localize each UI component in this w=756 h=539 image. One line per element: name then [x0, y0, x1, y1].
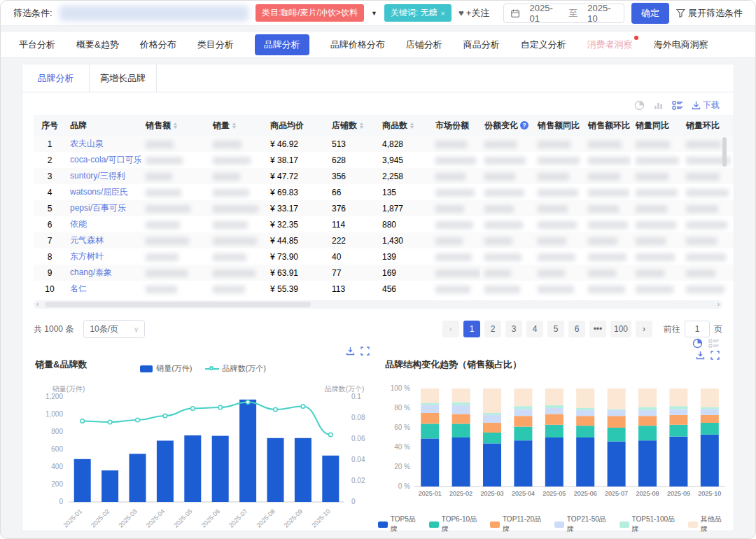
stack-segment[interactable]	[514, 388, 532, 406]
sort-icon[interactable]: ▲▼	[359, 122, 364, 129]
stack-segment[interactable]	[608, 416, 626, 428]
legend-item[interactable]: TOP21-50品牌	[554, 514, 612, 534]
stack-segment[interactable]	[701, 423, 719, 435]
col-sales[interactable]: 销售额▲▼	[141, 115, 209, 136]
brand-link[interactable]: chang/泰象	[70, 267, 112, 277]
page-size-select[interactable]: 10条/页 ∨	[83, 320, 145, 338]
stack-segment[interactable]	[576, 438, 594, 486]
stack-segment[interactable]	[421, 405, 439, 413]
legend-item[interactable]: TOP5品牌	[378, 514, 422, 534]
sort-icon[interactable]: ▲▼	[410, 122, 414, 129]
brand-link[interactable]: 依能	[70, 219, 87, 229]
brand-link[interactable]: 东方树叶	[70, 251, 104, 261]
pie-chart-icon[interactable]	[692, 338, 703, 349]
sales-bar[interactable]	[74, 459, 91, 502]
stack-segment[interactable]	[421, 388, 439, 403]
keyword-tag[interactable]: 关键词: 无糖×	[384, 4, 451, 22]
stack-segment[interactable]	[576, 416, 594, 426]
date-end[interactable]: 2025-10	[587, 3, 617, 24]
stack-segment[interactable]	[545, 438, 564, 486]
stack-segment[interactable]	[545, 414, 564, 424]
stack-segment[interactable]	[514, 427, 532, 441]
page-button-3[interactable]: 3	[505, 321, 522, 337]
line-marker[interactable]	[108, 420, 112, 424]
stack-segment[interactable]	[638, 388, 657, 407]
more-pages[interactable]: •••	[589, 321, 606, 337]
line-marker[interactable]	[191, 407, 195, 411]
stack-segment[interactable]	[452, 414, 470, 424]
legend-item[interactable]: TOP51-100品牌	[620, 514, 681, 534]
col-products[interactable]: 商品数▲▼	[378, 115, 431, 136]
date-start[interactable]: 2025-01	[530, 3, 559, 24]
stack-segment[interactable]	[483, 423, 501, 433]
sales-bar[interactable]	[267, 438, 284, 502]
horizontal-scrollbar[interactable]: ‹ ›	[34, 300, 722, 309]
stack-segment[interactable]	[608, 428, 626, 442]
stack-segment[interactable]	[483, 443, 501, 486]
download-icon[interactable]	[346, 346, 355, 356]
date-range-picker[interactable]: 2025-01 至 2025-10	[503, 4, 624, 23]
brand-link[interactable]: pepsi/百事可乐	[70, 203, 126, 213]
stack-segment[interactable]	[669, 409, 687, 414]
stack-segment[interactable]	[638, 426, 657, 440]
fullscreen-icon[interactable]	[360, 346, 370, 356]
category-tag[interactable]: 类目:咖啡/麦片/冲饮>饮料	[255, 4, 364, 22]
stack-segment[interactable]	[452, 438, 470, 486]
sales-bar[interactable]	[212, 436, 229, 502]
download-button[interactable]: 下载	[692, 99, 720, 111]
stack-segment[interactable]	[576, 408, 594, 410]
scroll-right-icon[interactable]: ›	[718, 301, 720, 308]
stack-segment[interactable]	[608, 409, 626, 410]
subtab-品牌分析[interactable]: 品牌分析	[22, 64, 90, 92]
nav-tab-海外电商洞察[interactable]: 海外电商洞察	[654, 38, 708, 51]
vertical-scrollbar[interactable]	[722, 137, 727, 172]
stack-segment[interactable]	[701, 388, 719, 407]
sort-icon[interactable]: ▲▼	[232, 122, 237, 129]
stack-segment[interactable]	[701, 407, 719, 410]
prev-page-button[interactable]: ‹	[442, 321, 459, 337]
stack-segment[interactable]	[576, 426, 594, 438]
stack-segment[interactable]	[452, 424, 470, 438]
sales-bar[interactable]	[157, 441, 174, 503]
col-volume[interactable]: 销量▲▼	[209, 115, 266, 136]
sales-bar[interactable]	[102, 470, 118, 502]
line-marker[interactable]	[218, 405, 223, 410]
chevron-down-icon[interactable]: ▼	[371, 10, 377, 17]
nav-tab-类目分析[interactable]: 类目分析	[197, 38, 234, 51]
line-marker[interactable]	[274, 407, 278, 412]
stack-segment[interactable]	[514, 406, 532, 409]
sales-bar[interactable]	[130, 454, 146, 502]
help-icon[interactable]: ?	[520, 121, 528, 130]
stack-segment[interactable]	[514, 409, 532, 416]
stack-segment[interactable]	[483, 415, 501, 423]
page-button-1[interactable]: 1	[463, 321, 480, 337]
page-button-5[interactable]: 5	[547, 321, 564, 337]
goto-page-input[interactable]	[685, 321, 710, 337]
legend-item[interactable]: TOP6-10品牌	[429, 514, 483, 534]
nav-tab-商品分析[interactable]: 商品分析	[463, 38, 500, 51]
stack-segment[interactable]	[545, 388, 564, 405]
stack-segment[interactable]	[452, 402, 470, 405]
line-marker[interactable]	[246, 400, 250, 405]
bar-chart-icon[interactable]	[653, 100, 664, 111]
confirm-button[interactable]: 确定	[631, 3, 669, 24]
stack-segment[interactable]	[576, 388, 594, 408]
stack-segment[interactable]	[608, 410, 626, 416]
page-button-6[interactable]: 6	[568, 321, 585, 337]
line-marker[interactable]	[80, 419, 85, 424]
col-shops[interactable]: 店铺数▲▼	[328, 115, 378, 136]
legend-item[interactable]: TOP11-20品牌	[490, 514, 547, 534]
brand-link[interactable]: watsons/屈臣氏	[70, 187, 128, 197]
stack-segment[interactable]	[421, 403, 439, 405]
stack-segment[interactable]	[701, 435, 719, 486]
scrollbar-thumb[interactable]	[45, 302, 311, 307]
stack-segment[interactable]	[638, 416, 657, 426]
sales-bar[interactable]	[184, 435, 201, 502]
brand-link[interactable]: coca-cola/可口可乐	[70, 155, 141, 164]
nav-tab-品牌分析[interactable]: 品牌分析	[255, 34, 309, 55]
list-view-icon[interactable]	[672, 100, 683, 111]
line-marker[interactable]	[329, 433, 333, 437]
stack-segment[interactable]	[483, 413, 501, 415]
nav-tab-概要&趋势[interactable]: 概要&趋势	[76, 38, 119, 51]
stack-segment[interactable]	[421, 424, 439, 438]
